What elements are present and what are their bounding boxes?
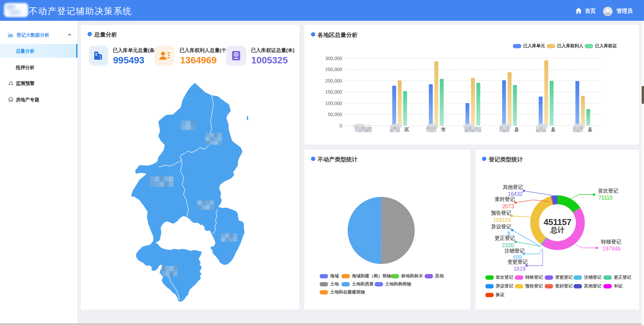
svg-text:300,000: 300,000: [325, 56, 342, 61]
svg-text:县: 县: [514, 127, 519, 132]
svg-text:200,000: 200,000: [325, 78, 342, 84]
svg-text:更正登记: 更正登记: [495, 235, 515, 241]
svg-text:转移登记: 转移登记: [601, 239, 621, 245]
svg-text:1619: 1619: [514, 266, 526, 272]
svg-text:首次登记: 首次登记: [598, 188, 618, 194]
svg-text:注销登记: 注销登记: [504, 248, 525, 254]
svg-text:2073: 2073: [502, 204, 514, 209]
svg-text:197946: 197946: [602, 246, 620, 252]
svg-text:异议登记: 异议登记: [491, 224, 511, 229]
svg-text:市: 市: [441, 127, 446, 132]
svg-text:县: 县: [551, 127, 555, 132]
svg-text:0: 0: [339, 123, 342, 128]
svg-text:50,000: 50,000: [328, 112, 342, 117]
svg-text:71110: 71110: [598, 195, 612, 201]
svg-text:预告登记: 预告登记: [491, 210, 511, 216]
svg-text:变更登记: 变更登记: [507, 259, 528, 265]
svg-text:100,000: 100,000: [325, 101, 342, 106]
svg-text:区: 区: [405, 127, 409, 132]
svg-text:159155: 159155: [493, 217, 511, 223]
svg-text:150,000: 150,000: [325, 89, 342, 95]
svg-text:2320: 2320: [502, 242, 514, 248]
svg-text:250,000: 250,000: [325, 67, 342, 72]
svg-text:其他登记: 其他登记: [502, 184, 523, 190]
svg-text:451157: 451157: [544, 217, 571, 227]
svg-text:县: 县: [588, 127, 592, 132]
svg-text:查封登记: 查封登记: [494, 196, 515, 202]
svg-text:总计: 总计: [550, 226, 565, 234]
